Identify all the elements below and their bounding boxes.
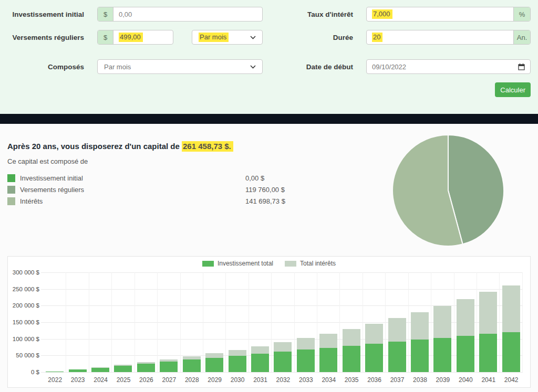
stacked-bar-2024[interactable] [91, 367, 109, 372]
interest-segment [251, 346, 269, 354]
x-axis-tick-label: 2034 [317, 376, 340, 384]
investment-segment [319, 348, 337, 373]
stacked-bar-2035[interactable] [343, 329, 360, 372]
interest-rate-input[interactable]: 7,000 [367, 7, 513, 21]
interest-rate-label: Taux d'intérêt [276, 7, 353, 22]
breakdown-label: Intérêts [20, 197, 245, 205]
bar-cell [409, 272, 431, 372]
interest-segment [411, 312, 429, 340]
regular-payments-group: $ 499,00 [97, 30, 173, 45]
interest-segment [274, 342, 292, 352]
stacked-bar-2026[interactable] [137, 362, 155, 372]
regular-payments-controls: $ 499,00 Par mois [97, 30, 263, 45]
bar-cell [340, 272, 363, 372]
stacked-bar-2030[interactable] [229, 350, 246, 372]
stacked-bar-2022[interactable] [46, 372, 64, 372]
compound-frequency-select[interactable]: Par mois [97, 59, 263, 74]
y-axis-tick-label: 300 000 $ [9, 269, 39, 276]
start-date-value: 09/10/2022 [372, 63, 406, 71]
form-row-1: Investissement initial $ 0,00 Taux d'int… [0, 7, 538, 22]
x-axis-tick-label: 2032 [272, 376, 294, 384]
start-date-label: Date de début [276, 59, 353, 74]
investment-segment [137, 364, 155, 372]
stacked-bar-2036[interactable] [365, 324, 383, 372]
payment-frequency-value: Par mois [199, 33, 229, 42]
investment-segment [297, 349, 315, 372]
stacked-bar-2041[interactable] [479, 292, 497, 373]
stacked-bar-2033[interactable] [297, 338, 315, 372]
bar-cell [181, 272, 203, 372]
x-axis-tick-label: 2024 [89, 376, 112, 384]
initial-investment-input[interactable]: 0,00 [113, 7, 262, 21]
regular-payments-input[interactable]: 499,00 [113, 30, 173, 44]
results-section: Après 20 ans, vous disposerez d'un capit… [0, 124, 538, 256]
stacked-bar-2025[interactable] [114, 365, 132, 372]
compound-frequency-value: Par mois [104, 63, 131, 71]
interest-rate-value: 7,000 [372, 9, 392, 19]
investment-segment [365, 344, 383, 372]
interest-segment [365, 324, 383, 344]
stacked-bar-2042[interactable] [502, 285, 520, 372]
stacked-bar-2038[interactable] [411, 312, 429, 372]
stacked-bar-2028[interactable] [183, 356, 201, 372]
calculator-form: Investissement initial $ 0,00 Taux d'int… [0, 0, 538, 114]
x-axis-tick-label: 2035 [340, 376, 363, 384]
regular-payments-label: Versements réguliers [0, 30, 84, 45]
bar-chart-plot: 0 $50 000 $100 000 $150 000 $200 000 $25… [44, 272, 523, 372]
duration-group: 20 An. [366, 30, 531, 45]
calendar-icon[interactable] [518, 63, 525, 70]
investment-segment [251, 354, 269, 372]
bar-cell [477, 272, 500, 372]
interest-segment [433, 306, 451, 338]
duration-input[interactable]: 20 [367, 30, 513, 44]
stacked-bar-2032[interactable] [274, 342, 292, 372]
interest-segment [297, 338, 315, 349]
form-row-2: Versements réguliers $ 499,00 Par mois D… [0, 30, 538, 45]
x-axis-tick-label: 2041 [477, 376, 500, 384]
interest-segment [457, 299, 474, 336]
percent-suffix: % [513, 7, 530, 21]
duration-label: Durée [276, 30, 353, 45]
investment-segment [479, 334, 497, 372]
x-axis-tick-label: 2042 [500, 376, 522, 384]
breakdown-label: Investissement initial [20, 174, 245, 182]
stacked-bar-2040[interactable] [457, 299, 474, 372]
interest-segment [502, 285, 520, 333]
years-suffix: An. [513, 30, 530, 44]
x-axis-tick-label: 2036 [363, 376, 386, 384]
bar-cell [226, 272, 249, 372]
stacked-bar-2039[interactable] [433, 306, 451, 372]
interest-segment [388, 318, 406, 342]
interest-rate-group: 7,000 % [366, 7, 531, 22]
initial-investment-label: Investissement initial [0, 7, 84, 22]
start-date-input[interactable]: 09/10/2022 [366, 59, 531, 74]
bar-cell [454, 272, 477, 372]
compound-label: Composés [0, 59, 84, 74]
bar-cell [317, 272, 340, 372]
stacked-bar-2027[interactable] [160, 359, 178, 372]
stacked-bar-2023[interactable] [69, 369, 87, 372]
x-axis-tick-label: 2028 [181, 376, 203, 384]
form-row-3: Composés Par mois Date de début 09/10/20… [0, 59, 538, 74]
breakdown-label: Versements réguliers [20, 186, 245, 194]
calculate-button[interactable]: Calculer [495, 82, 531, 97]
stacked-bar-2037[interactable] [388, 318, 406, 372]
x-axis-tick-label: 2031 [249, 376, 272, 384]
y-axis-tick-label: 150 000 $ [9, 319, 39, 325]
bar-cell [112, 272, 134, 372]
investment-segment [502, 332, 520, 372]
y-axis-tick-label: 250 000 $ [9, 286, 39, 292]
investment-segment [229, 356, 246, 372]
interest-segment [205, 353, 223, 357]
pie-chart-svg [391, 134, 505, 247]
x-axis-tick-label: 2025 [112, 376, 134, 384]
x-axis-tick-label: 2038 [409, 376, 431, 384]
legend-label: Total intérêts [300, 260, 336, 267]
bar-cell [431, 272, 454, 372]
investment-segment [411, 340, 429, 372]
payment-frequency-select[interactable]: Par mois [192, 30, 263, 45]
stacked-bar-2031[interactable] [251, 346, 269, 372]
stacked-bar-2034[interactable] [319, 334, 337, 372]
legend-label: Investissement total [218, 260, 273, 267]
stacked-bar-2029[interactable] [205, 353, 223, 372]
